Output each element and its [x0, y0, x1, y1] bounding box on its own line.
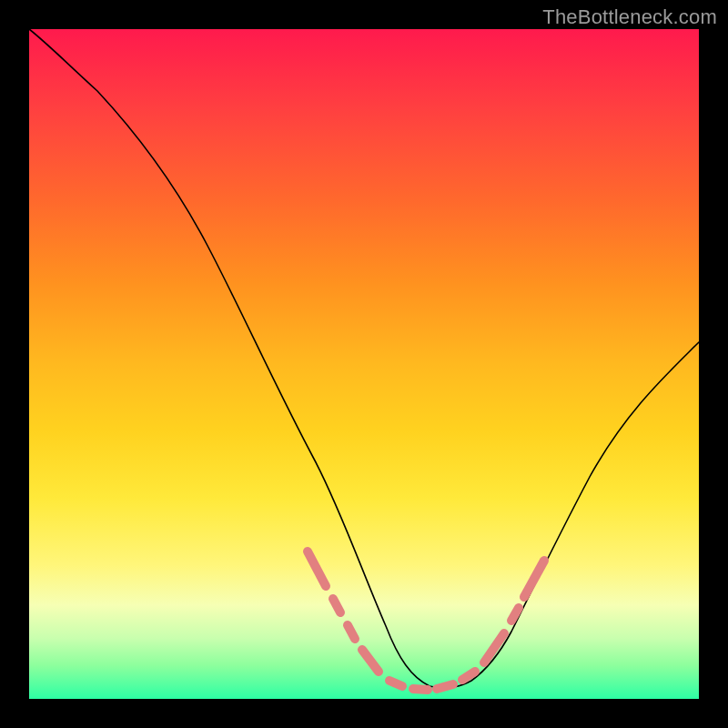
svg-line-9 — [511, 608, 519, 621]
svg-line-1 — [333, 599, 340, 612]
svg-line-4 — [389, 681, 402, 686]
bottleneck-curve — [29, 29, 699, 688]
watermark-text: TheBottleneck.com — [542, 5, 717, 29]
bottleneck-chart — [29, 29, 699, 699]
svg-line-10 — [524, 561, 544, 597]
svg-line-3 — [362, 650, 379, 672]
svg-line-0 — [308, 551, 326, 586]
chart-frame — [29, 29, 699, 699]
svg-line-5 — [413, 689, 428, 690]
dash-overlay-left — [308, 551, 379, 672]
svg-line-6 — [437, 684, 453, 689]
svg-line-2 — [348, 625, 355, 639]
dash-overlay-right — [484, 561, 544, 662]
